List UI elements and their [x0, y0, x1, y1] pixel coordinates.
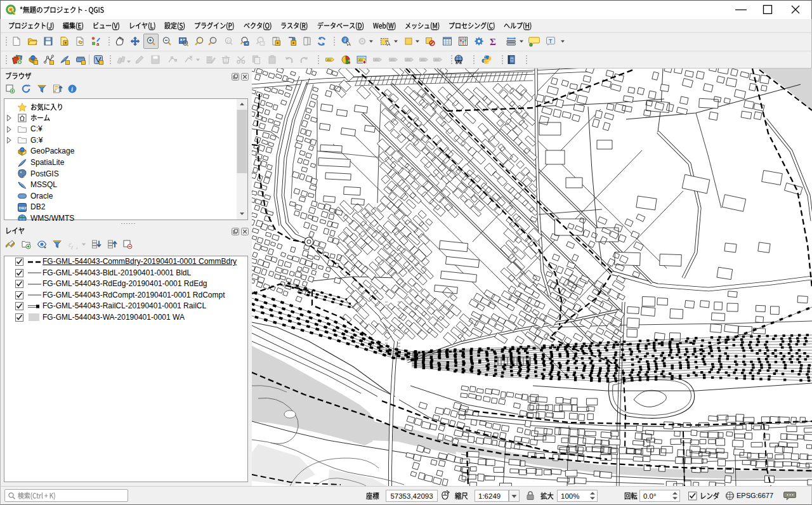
svg-text:abc: abc [358, 58, 363, 62]
svg-text:abc: abc [421, 58, 426, 62]
svg-text:i: i [71, 86, 73, 93]
svg-text:abc: abc [406, 58, 411, 62]
svg-text:abc: abc [374, 58, 379, 62]
svg-text:1:1: 1:1 [226, 39, 231, 43]
svg-text:Σ: Σ [490, 37, 496, 47]
svg-text:T: T [549, 38, 553, 44]
svg-text:abc: abc [435, 58, 440, 62]
svg-text:ε: ε [69, 240, 72, 249]
svg-text:a: a [96, 41, 100, 47]
svg-text:DB2: DB2 [19, 206, 27, 209]
svg-text:abc: abc [327, 58, 332, 62]
svg-text:abc: abc [390, 58, 395, 62]
